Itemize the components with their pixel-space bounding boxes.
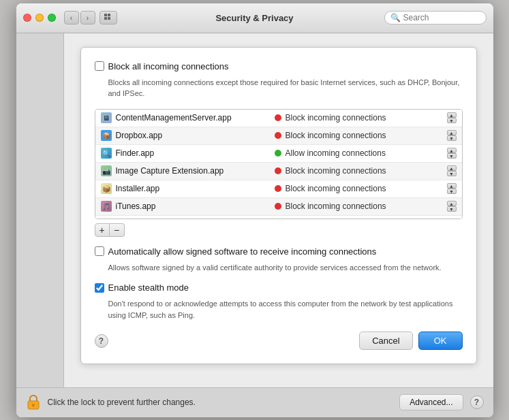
stepper-up[interactable]: ▲	[447, 148, 457, 153]
auto-allow-row: Automatically allow signed software to r…	[95, 246, 463, 257]
stepper[interactable]: ▲▼	[447, 183, 457, 194]
status-text: Allow incoming connections	[286, 148, 444, 158]
status-text: Block incoming connections	[286, 201, 444, 211]
stepper-up[interactable]: ▲	[447, 183, 457, 189]
stepper[interactable]: ▲▼	[447, 148, 457, 159]
add-remove-bar: + −	[95, 223, 463, 237]
stealth-section: Enable stealth mode Don't respond to or …	[95, 282, 463, 321]
maximize-button[interactable]	[48, 14, 56, 22]
dialog-footer: ? Cancel OK	[95, 332, 463, 350]
table-row[interactable]: 🎵iTunes.appBlock incoming connections▲▼	[95, 198, 462, 216]
app-icon: 🔍	[101, 148, 112, 159]
app-name: Installer.app	[116, 184, 275, 193]
remove-app-button[interactable]: −	[110, 223, 125, 237]
app-name: Dropbox.app	[116, 131, 275, 140]
stepper-down[interactable]: ▼	[447, 153, 457, 159]
search-box[interactable]: 🔍	[384, 11, 487, 25]
dialog-box: Block all incoming connections Blocks al…	[80, 47, 477, 365]
block-all-description: Blocks all incoming connections except t…	[108, 77, 463, 99]
bottom-help-button[interactable]: ?	[470, 395, 484, 409]
status-text: Block incoming connections	[286, 113, 444, 123]
main-window: ‹ › Security & Privacy 🔍	[16, 3, 493, 417]
titlebar: ‹ › Security & Privacy 🔍	[16, 3, 493, 33]
table-row[interactable]: 🔍Finder.appAllow incoming connections▲▼	[95, 145, 462, 163]
nav-buttons: ‹ ›	[64, 11, 95, 25]
status-dot	[275, 167, 281, 174]
table-row[interactable]: 🖥ContentManagementServer.appBlock incomi…	[95, 110, 462, 127]
stepper-up[interactable]: ▲	[447, 165, 457, 171]
ok-button[interactable]: OK	[418, 332, 463, 350]
stepper-down[interactable]: ▼	[447, 189, 457, 194]
stepper-up[interactable]: ▲	[447, 201, 457, 206]
app-icon: 🖥	[101, 112, 112, 123]
table-row[interactable]: 📷Image Capture Extension.appBlock incomi…	[95, 163, 462, 180]
footer-buttons: Cancel OK	[359, 332, 462, 350]
stepper[interactable]: ▲▼	[447, 112, 457, 123]
stepper-up[interactable]: ▲	[447, 112, 457, 118]
app-name: iTunes.app	[116, 201, 275, 211]
add-app-button[interactable]: +	[95, 223, 110, 237]
status-dot	[275, 203, 281, 210]
app-icon: 📦	[101, 130, 112, 141]
back-button[interactable]: ‹	[64, 11, 79, 25]
auto-allow-description: Allows software signed by a valid certif…	[108, 262, 463, 274]
app-icon: 📷	[101, 165, 112, 176]
stepper[interactable]: ▲▼	[447, 165, 457, 176]
forward-button[interactable]: ›	[80, 11, 95, 25]
advanced-button[interactable]: Advanced...	[399, 394, 463, 410]
stealth-row: Enable stealth mode	[95, 282, 463, 293]
svg-rect-3	[108, 17, 110, 20]
auto-allow-label: Automatically allow signed software to r…	[108, 246, 377, 257]
stepper[interactable]: ▲▼	[447, 201, 457, 212]
block-all-row: Block all incoming connections	[95, 61, 463, 71]
table-row[interactable]: 📦Dropbox.appBlock incoming connections▲▼	[95, 127, 462, 145]
status-text: Block incoming connections	[286, 184, 444, 193]
stepper[interactable]: ▲▼	[447, 130, 457, 141]
app-icon: 🎵	[101, 201, 112, 212]
status-text: Block incoming connections	[286, 131, 444, 140]
status-dot	[275, 114, 281, 121]
sidebar	[16, 33, 64, 387]
app-name: ContentManagementServer.app	[116, 113, 275, 123]
stepper-up[interactable]: ▲	[447, 130, 457, 135]
stealth-checkbox[interactable]	[95, 283, 104, 293]
stealth-label: Enable stealth mode	[108, 282, 189, 293]
cancel-button[interactable]: Cancel	[359, 332, 412, 350]
table-row[interactable]: ☕JavaApplicationStubAllow incoming conne…	[95, 216, 462, 219]
window-title: Security & Privacy	[215, 13, 293, 23]
traffic-lights	[23, 14, 56, 22]
lock-icon[interactable]	[26, 393, 41, 411]
svg-rect-1	[108, 14, 110, 16]
svg-rect-2	[104, 17, 107, 20]
auto-allow-section: Automatically allow signed software to r…	[95, 246, 463, 274]
table-row[interactable]: 📦Installer.appBlock incoming connections…	[95, 180, 462, 198]
block-all-label: Block all incoming connections	[108, 61, 229, 71]
app-icon: 📦	[101, 183, 112, 194]
status-text: Block incoming connections	[286, 166, 444, 176]
dialog-area: Block all incoming connections Blocks al…	[64, 33, 493, 387]
bottom-bar: Click the lock to prevent further change…	[16, 387, 493, 417]
grid-button[interactable]	[99, 11, 117, 25]
stepper-down[interactable]: ▼	[447, 171, 457, 176]
search-icon: 🔍	[390, 13, 401, 22]
stealth-description: Don't respond to or acknowledge attempts…	[108, 298, 463, 321]
stepper-down[interactable]: ▼	[447, 118, 457, 123]
apps-table-inner[interactable]: 🖥ContentManagementServer.appBlock incomi…	[95, 110, 462, 219]
block-all-checkbox[interactable]	[95, 61, 104, 71]
apps-table: 🖥ContentManagementServer.appBlock incomi…	[95, 109, 463, 219]
search-input[interactable]	[403, 13, 480, 22]
minimize-button[interactable]	[35, 14, 44, 22]
lock-text: Click the lock to prevent further change…	[48, 398, 393, 407]
main-content: Block all incoming connections Blocks al…	[16, 33, 493, 387]
svg-rect-0	[104, 14, 107, 16]
status-dot	[275, 150, 281, 157]
help-button[interactable]: ?	[95, 334, 108, 348]
auto-allow-checkbox[interactable]	[95, 246, 104, 256]
stepper-down[interactable]: ▼	[447, 135, 457, 141]
app-name: Image Capture Extension.app	[116, 166, 275, 176]
stepper-down[interactable]: ▼	[447, 206, 457, 212]
status-dot	[275, 132, 281, 139]
status-dot	[275, 185, 281, 192]
app-name: Finder.app	[116, 148, 275, 158]
close-button[interactable]	[23, 14, 31, 22]
